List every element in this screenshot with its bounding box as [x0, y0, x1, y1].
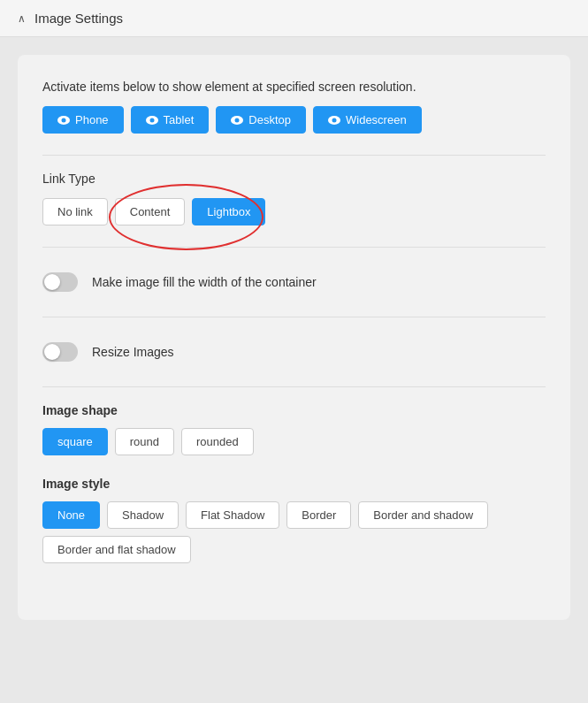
shape-square-button[interactable]: square	[42, 428, 108, 455]
main-content: Activate items below to show element at …	[0, 37, 588, 638]
image-shape-label: Image shape	[42, 403, 546, 417]
eye-icon	[328, 116, 340, 125]
svg-point-5	[235, 118, 240, 122]
svg-point-7	[332, 118, 337, 122]
style-border-shadow-button[interactable]: Border and shadow	[358, 501, 488, 529]
fill-width-label: Make image fill the width of the contain…	[92, 275, 317, 289]
eye-icon	[146, 116, 158, 125]
no-link-button[interactable]: No link	[42, 198, 108, 225]
phone-button[interactable]: Phone	[42, 106, 124, 134]
style-flat-shadow-button[interactable]: Flat Shadow	[186, 501, 279, 529]
link-type-section: Link Type No link Content Lightbox	[42, 172, 546, 225]
resize-images-toggle[interactable]	[42, 342, 78, 362]
svg-point-1	[62, 118, 66, 122]
image-style-label: Image style	[42, 477, 546, 491]
widescreen-button[interactable]: Widescreen	[313, 106, 422, 134]
eye-icon	[231, 116, 243, 125]
settings-card: Activate items below to show element at …	[18, 55, 570, 620]
desktop-button[interactable]: Desktop	[216, 106, 306, 134]
fill-width-row: Make image fill the width of the contain…	[42, 264, 546, 301]
style-none-button[interactable]: None	[42, 501, 100, 529]
content-button[interactable]: Content	[115, 198, 186, 225]
page-title: Image Settings	[34, 11, 123, 26]
image-shape-btn-group: square round rounded	[42, 428, 546, 455]
link-type-label: Link Type	[42, 172, 546, 186]
divider-4	[42, 386, 546, 387]
resolution-section: Activate items below to show element at …	[42, 80, 546, 134]
shape-rounded-button[interactable]: rounded	[181, 428, 254, 455]
image-style-btn-group: None Shadow Flat Shadow Border Border an…	[42, 501, 546, 563]
divider-1	[42, 155, 546, 156]
header: ∧ Image Settings	[0, 0, 588, 37]
shape-round-button[interactable]: round	[115, 428, 174, 455]
style-border-button[interactable]: Border	[286, 501, 351, 529]
tablet-button[interactable]: Tablet	[131, 106, 210, 134]
fill-width-toggle[interactable]	[42, 272, 78, 292]
link-type-btn-group: No link Content Lightbox	[42, 198, 546, 225]
style-border-flat-shadow-button[interactable]: Border and flat shadow	[42, 536, 191, 563]
style-shadow-button[interactable]: Shadow	[107, 501, 179, 529]
svg-point-3	[149, 118, 154, 122]
collapse-icon[interactable]: ∧	[18, 12, 26, 25]
resolution-btn-group: Phone Tablet Desktop	[42, 106, 546, 134]
lightbox-button[interactable]: Lightbox	[192, 198, 265, 225]
resolution-label: Activate items below to show element at …	[42, 80, 546, 94]
resize-images-label: Resize Images	[92, 345, 174, 359]
resize-images-row: Resize Images	[42, 333, 546, 371]
image-style-section: Image style None Shadow Flat Shadow Bord…	[42, 477, 546, 563]
divider-2	[42, 247, 546, 248]
eye-icon	[57, 116, 70, 125]
image-shape-section: Image shape square round rounded	[42, 403, 546, 455]
divider-3	[42, 317, 546, 317]
